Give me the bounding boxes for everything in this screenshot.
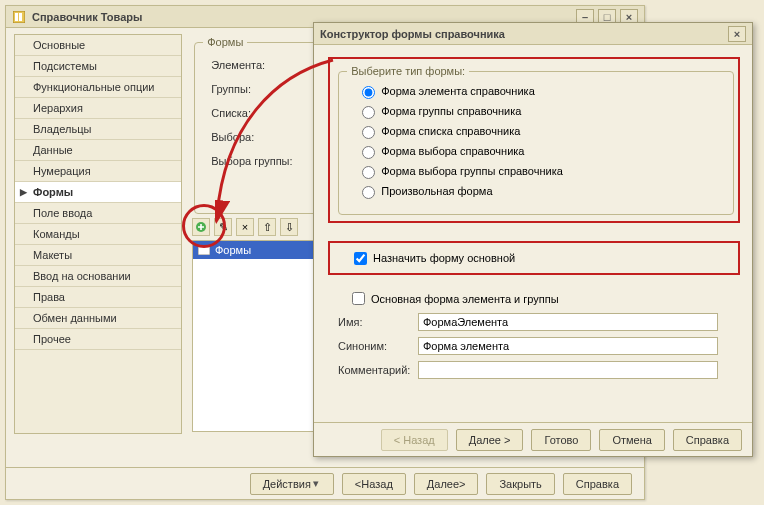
form-type-option[interactable]: Форма списка справочника [357, 121, 715, 141]
form-constructor-dialog: Конструктор формы справочника × Выберите… [313, 22, 753, 457]
form-type-option[interactable]: Форма выбора группы справочника [357, 161, 715, 181]
dialog-ready-button[interactable]: Готово [531, 429, 591, 451]
main-title: Справочник Товары [32, 11, 142, 23]
form-slot-label: Элемента: [211, 59, 321, 71]
sidebar-item-3[interactable]: Иерархия [15, 98, 181, 119]
sidebar-item-11[interactable]: Ввод на основании [15, 266, 181, 287]
delete-form-button[interactable]: × [236, 218, 254, 236]
close-main-button[interactable]: Закрыть [486, 473, 554, 495]
name-label: Имя: [338, 316, 418, 328]
svg-rect-2 [19, 13, 22, 21]
add-form-button[interactable] [192, 218, 210, 236]
form-slot-label: Списка: [211, 107, 321, 119]
dialog-help-button[interactable]: Справка [673, 429, 742, 451]
sidebar-item-10[interactable]: Макеты [15, 245, 181, 266]
sidebar-item-1[interactable]: Подсистемы [15, 56, 181, 77]
sidebar-item-5[interactable]: Данные [15, 140, 181, 161]
form-slot-label: Выбора группы: [211, 155, 321, 167]
highlight-box-assign: Назначить форму основной [328, 241, 740, 275]
main-and-group-label: Основная форма элемента и группы [371, 293, 559, 305]
form-type-option[interactable]: Форма элемента справочника [357, 81, 715, 101]
form-type-radio-label: Форма элемента справочника [381, 85, 535, 97]
sidebar-item-9[interactable]: Команды [15, 224, 181, 245]
sidebar-item-0[interactable]: Основные [15, 35, 181, 56]
form-type-radio[interactable] [362, 126, 375, 139]
synonym-input[interactable] [418, 337, 718, 355]
form-type-option[interactable]: Форма группы справочника [357, 101, 715, 121]
comment-label: Комментарий: [338, 364, 418, 376]
dialog-back-button: < Назад [381, 429, 448, 451]
sidebar-item-6[interactable]: Нумерация [15, 161, 181, 182]
sidebar-item-13[interactable]: Обмен данными [15, 308, 181, 329]
form-type-fieldset: Выберите тип формы: Форма элемента справ… [338, 65, 734, 215]
form-type-radio-label: Форма выбора справочника [381, 145, 524, 157]
tree-root-label: Формы [215, 244, 251, 256]
form-type-radio-label: Форма группы справочника [381, 105, 521, 117]
actions-button[interactable]: Действия▾ [250, 473, 334, 495]
tree-folder-icon [197, 243, 211, 257]
dialog-titlebar: Конструктор формы справочника × [314, 23, 752, 45]
catalog-icon [12, 10, 26, 24]
forms-fieldset-legend: Формы [203, 36, 247, 48]
help-button[interactable]: Справка [563, 473, 632, 495]
form-type-radio[interactable] [362, 146, 375, 159]
sidebar-item-14[interactable]: Прочее [15, 329, 181, 350]
sidebar-item-8[interactable]: Поле ввода [15, 203, 181, 224]
sidebar-item-7[interactable]: Формы [15, 182, 181, 203]
back-button[interactable]: <Назад [342, 473, 406, 495]
name-input[interactable] [418, 313, 718, 331]
dialog-close-button[interactable]: × [728, 26, 746, 42]
dialog-footer: < Назад Далее > Готово Отмена Справка [314, 422, 752, 456]
main-and-group-checkbox[interactable] [352, 292, 365, 305]
sidebar-nav: ОсновныеПодсистемыФункциональные опцииИе… [14, 34, 182, 434]
form-type-radio[interactable] [362, 166, 375, 179]
move-up-button[interactable]: ⇧ [258, 218, 276, 236]
form-type-option[interactable]: Произвольная форма [357, 181, 715, 201]
form-type-option[interactable]: Форма выбора справочника [357, 141, 715, 161]
comment-input[interactable] [418, 361, 718, 379]
svg-rect-1 [15, 13, 18, 21]
form-slot-label: Группы: [211, 83, 321, 95]
synonym-label: Синоним: [338, 340, 418, 352]
main-footer: Действия▾ <Назад Далее> Закрыть Справка [6, 467, 644, 499]
form-type-radio-label: Форма выбора группы справочника [381, 165, 563, 177]
form-type-radio[interactable] [362, 86, 375, 99]
dialog-next-button[interactable]: Далее > [456, 429, 524, 451]
form-type-radio[interactable] [362, 186, 375, 199]
form-type-radio[interactable] [362, 106, 375, 119]
form-slot-label: Выбора: [211, 131, 321, 143]
dialog-title: Конструктор формы справочника [320, 28, 505, 40]
form-type-legend: Выберите тип формы: [347, 65, 469, 77]
sidebar-item-2[interactable]: Функциональные опции [15, 77, 181, 98]
dialog-cancel-button[interactable]: Отмена [599, 429, 664, 451]
assign-main-label[interactable]: Назначить форму основной [373, 252, 515, 264]
form-type-radio-label: Произвольная форма [381, 185, 492, 197]
sidebar-item-4[interactable]: Владельцы [15, 119, 181, 140]
svg-rect-5 [198, 245, 210, 247]
move-down-button[interactable]: ⇩ [280, 218, 298, 236]
form-type-radio-label: Форма списка справочника [381, 125, 520, 137]
sidebar-item-12[interactable]: Права [15, 287, 181, 308]
assign-main-checkbox[interactable] [354, 252, 367, 265]
next-button[interactable]: Далее> [414, 473, 479, 495]
edit-form-button[interactable]: ✎ [214, 218, 232, 236]
